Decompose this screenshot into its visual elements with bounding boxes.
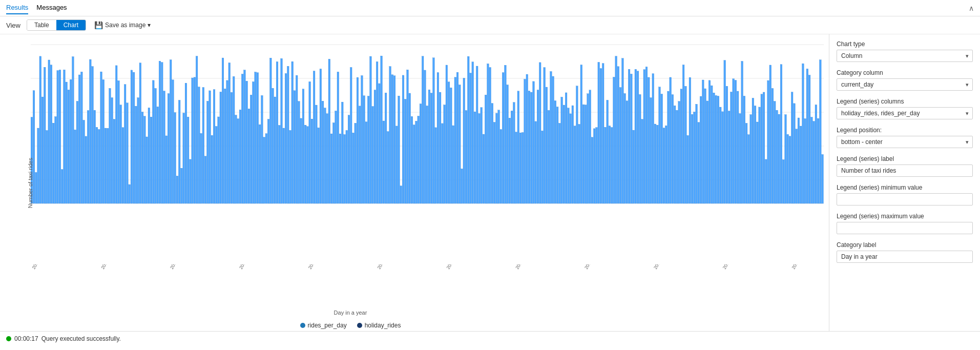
svg-rect-197 [433,58,435,203]
legend-series-columns-field: Legend (series) columns holiday_rides, r… [837,98,973,119]
svg-rect-81 [181,168,183,203]
collapse-button[interactable]: ∧ [969,4,974,12]
svg-rect-79 [176,176,178,203]
svg-rect-126 [278,125,280,203]
svg-rect-339 [741,61,743,203]
svg-rect-162 [357,77,359,203]
view-toggle-group: Table Chart [27,19,86,31]
svg-rect-316 [691,114,693,203]
svg-rect-75 [168,93,170,203]
svg-rect-231 [507,85,509,203]
svg-rect-299 [654,124,656,203]
legend-item-holiday-rides: holiday_rides [357,322,401,329]
svg-rect-319 [698,122,700,203]
svg-rect-328 [717,96,719,203]
svg-rect-225 [493,122,495,203]
results-messages-bar: Results Messages ∧ [0,0,980,16]
svg-rect-241 [528,91,530,203]
category-column-select-wrapper: current_day [837,78,973,91]
svg-rect-268 [587,94,589,203]
svg-rect-82 [183,113,185,203]
legend-series-label-field: Legend (series) label [837,155,973,177]
svg-rect-37 [85,136,87,203]
svg-rect-48 [109,88,111,203]
legend-series-max-input[interactable] [837,222,973,234]
status-message: Query executed successfully. [41,335,121,342]
svg-rect-352 [769,65,772,203]
legend-position-select[interactable]: bottom - center [837,136,973,148]
table-button[interactable]: Table [27,20,56,30]
tab-messages[interactable]: Messages [36,2,67,14]
svg-rect-57 [129,184,131,203]
svg-text:2016-10-15T00:00:00.0000000: 2016-10-15T00:00:00.0000000 [653,264,689,270]
svg-rect-74 [165,136,168,203]
svg-rect-85 [190,159,192,203]
tab-results[interactable]: Results [6,2,28,14]
svg-rect-107 [237,119,239,203]
svg-rect-208 [456,72,458,203]
svg-rect-285 [624,93,626,203]
category-label-field: Category label [837,241,973,263]
svg-rect-232 [509,118,511,203]
svg-rect-331 [724,60,726,203]
svg-rect-365 [798,118,800,203]
svg-rect-323 [706,101,708,203]
legend-series-min-label: Legend (series) minimum value [837,184,973,191]
svg-rect-235 [515,132,517,203]
svg-rect-369 [806,69,808,203]
svg-rect-45 [102,79,105,203]
legend-series-min-input[interactable] [837,193,973,205]
legend-series-columns-select[interactable]: holiday_rides, rides_per_day [837,107,973,119]
svg-rect-136 [300,118,302,203]
legend-position-select-wrapper: bottom - center [837,136,973,148]
category-label-label: Category label [837,241,973,249]
svg-rect-118 [261,95,263,203]
status-bar: 00:00:17 Query executed successfully. [0,331,980,345]
svg-rect-97 [215,127,217,203]
legend-series-label-input[interactable] [837,164,973,177]
svg-rect-360 [787,134,789,203]
svg-rect-176 [387,132,389,203]
chart-area: Number of taxi rides 500k 400k 300k 200k… [0,34,829,331]
svg-rect-130 [287,66,289,203]
chart-svg: 500k 400k 300k 200k 100k 0 [31,39,824,214]
svg-rect-36 [83,120,85,203]
svg-rect-165 [363,96,365,203]
svg-rect-103 [228,63,231,203]
svg-rect-27 [64,70,66,203]
svg-rect-213 [467,56,469,203]
svg-rect-302 [661,94,663,203]
svg-rect-115 [255,72,257,203]
svg-rect-169 [372,107,374,203]
svg-rect-31 [72,57,74,203]
svg-rect-84 [187,117,189,203]
svg-text:2016-05-15T00:00:00.0000000: 2016-05-15T00:00:00.0000000 [307,264,344,270]
svg-text:2016-12-15T00:00:00.0000000: 2016-12-15T00:00:00.0000000 [791,264,827,270]
svg-rect-143 [316,105,318,203]
svg-text:2016-11-15T00:00:00.0000000: 2016-11-15T00:00:00.0000000 [722,264,758,270]
svg-rect-335 [733,79,735,203]
svg-rect-153 [337,72,339,203]
svg-rect-70 [157,107,159,203]
svg-rect-296 [648,77,650,203]
category-column-select[interactable]: current_day [837,78,973,91]
svg-rect-53 [120,105,122,203]
svg-rect-303 [663,128,665,203]
svg-rect-280 [613,77,615,203]
svg-rect-195 [428,90,430,203]
save-as-image-button[interactable]: 💾 Save as image ▾ [94,21,151,29]
legend-series-min-field: Legend (series) minimum value [837,184,973,205]
svg-rect-361 [789,136,791,203]
svg-rect-277 [607,100,609,203]
svg-rect-228 [500,130,502,203]
category-label-input[interactable] [837,251,973,263]
svg-rect-278 [609,126,611,203]
svg-rect-243 [533,81,535,203]
chart-button[interactable]: Chart [56,20,86,30]
svg-rect-201 [442,123,444,203]
svg-rect-255 [559,123,561,203]
svg-rect-359 [785,115,787,203]
svg-rect-347 [759,107,761,203]
chart-type-select[interactable]: Column [837,50,973,62]
legend-area: rides_per_day holiday_rides [31,322,670,329]
